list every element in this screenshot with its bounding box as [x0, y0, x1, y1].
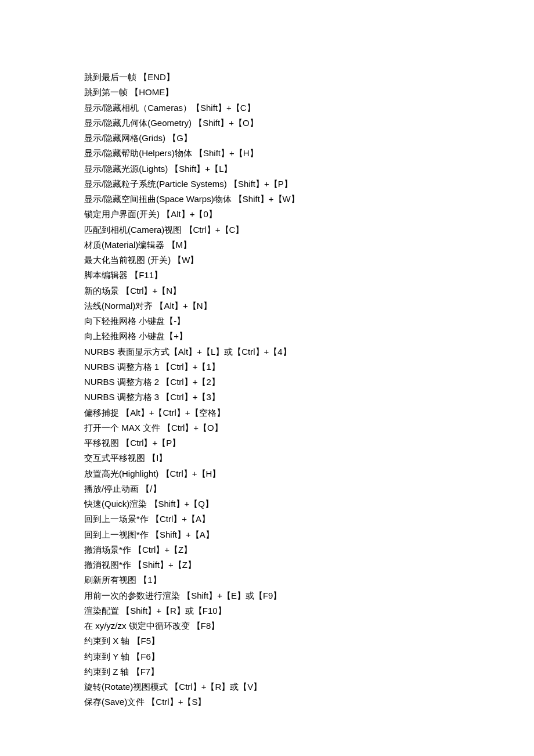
shortcut-item: 脚本编辑器 【F11】: [84, 268, 534, 283]
shortcut-item: 回到上一视图*作 【Shift】+【A】: [84, 527, 534, 542]
shortcut-item: 用前一次的参数进行渲染 【Shift】+【E】或【F9】: [84, 588, 534, 603]
shortcut-item: 渲染配置 【Shift】+【R】或【F10】: [84, 603, 534, 618]
shortcut-item: 刷新所有视图 【1】: [84, 573, 534, 588]
shortcut-item: 锁定用户界面(开关) 【Alt】+【0】: [84, 207, 534, 222]
shortcut-item: NURBS 表面显示方式【Alt】+【L】或【Ctrl】+【4】: [84, 344, 534, 359]
shortcut-item: NURBS 调整方格 2 【Ctrl】+【2】: [84, 375, 534, 390]
shortcut-item: 材质(Material)编辑器 【M】: [84, 237, 534, 253]
shortcut-item: 保存(Save)文件 【Ctrl】+【S】: [84, 694, 534, 710]
shortcut-item: 约束到 X 轴 【F5】: [84, 633, 534, 649]
shortcut-item: 放置高光(Highlight) 【Ctrl】+【H】: [84, 466, 534, 481]
shortcut-item: 偏移捕捉 【Alt】+【Ctrl】+【空格】: [84, 405, 534, 420]
shortcut-item: 新的场景 【Ctrl】+【N】: [84, 283, 534, 298]
shortcut-item: NURBS 调整方格 3 【Ctrl】+【3】: [84, 390, 534, 405]
shortcut-item: 约束到 Z 轴 【F7】: [84, 664, 534, 679]
shortcut-item: 向下轻推网格 小键盘【-】: [84, 314, 534, 329]
shortcut-item: 撤消场景*作 【Ctrl】+【Z】: [84, 542, 534, 557]
shortcut-item: 平移视图 【Ctrl】+【P】: [84, 435, 534, 451]
shortcut-item: 最大化当前视图 (开关) 【W】: [84, 253, 534, 268]
shortcut-list: 跳到最后一帧 【END】 跳到第一帧 【HOME】 显示/隐藏相机（Camera…: [84, 70, 534, 710]
shortcut-item: 显示/隐藏光源(Lights) 【Shift】+【L】: [84, 161, 534, 177]
shortcut-item: 快速(Quick)渲染 【Shift】+【Q】: [84, 496, 534, 512]
shortcut-item: 约束到 Y 轴 【F6】: [84, 649, 534, 664]
shortcut-item: 撤消视图*作 【Shift】+【Z】: [84, 557, 534, 573]
shortcut-item: 显示/隐藏几何体(Geometry) 【Shift】+【O】: [84, 116, 534, 131]
shortcut-item: 播放/停止动画 【/】: [84, 481, 534, 496]
shortcut-item: 显示/隐藏粒子系统(Particle Systems) 【Shift】+【P】: [84, 177, 534, 192]
shortcut-item: 跳到最后一帧 【END】: [84, 70, 534, 85]
shortcut-item: 匹配到相机(Camera)视图 【Ctrl】+【C】: [84, 222, 534, 237]
shortcut-item: 显示/隐藏帮助(Helpers)物体 【Shift】+【H】: [84, 146, 534, 161]
shortcut-item: 打开一个 MAX 文件 【Ctrl】+【O】: [84, 420, 534, 435]
shortcut-item: 显示/隐藏网格(Grids) 【G】: [84, 131, 534, 146]
shortcut-item: 向上轻推网格 小键盘【+】: [84, 329, 534, 344]
shortcut-item: 显示/隐藏相机（Cameras）【Shift】+【C】: [84, 100, 534, 116]
shortcut-item: NURBS 调整方格 1 【Ctrl】+【1】: [84, 359, 534, 375]
shortcut-item: 回到上一场景*作 【Ctrl】+【A】: [84, 512, 534, 527]
shortcut-item: 法线(Normal)对齐 【Alt】+【N】: [84, 298, 534, 314]
shortcut-item: 显示/隐藏空间扭曲(Space Warps)物体 【Shift】+【W】: [84, 192, 534, 207]
shortcut-item: 交互式平移视图 【I】: [84, 451, 534, 466]
shortcut-item: 旋转(Rotate)视图模式 【Ctrl】+【R】或【V】: [84, 679, 534, 694]
shortcut-item: 在 xy/yz/zx 锁定中循环改变 【F8】: [84, 618, 534, 633]
shortcut-item: 跳到第一帧 【HOME】: [84, 85, 534, 100]
